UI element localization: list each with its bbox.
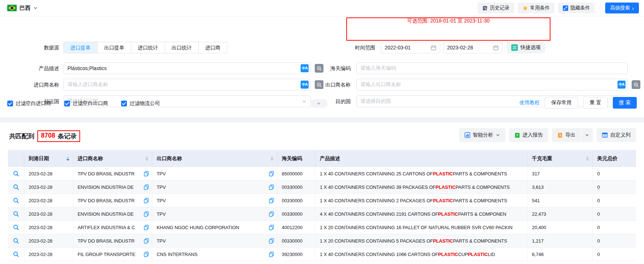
product-desc-label: 产品描述 — [0, 62, 59, 74]
row-detail-search-icon[interactable] — [13, 224, 19, 231]
checkbox-checked-icon[interactable] — [64, 101, 70, 106]
tutorial-link[interactable]: 使用教程 — [519, 99, 540, 106]
arrival-date-cell: 2023-02-28 — [24, 194, 73, 207]
detail-cell[interactable] — [8, 180, 24, 194]
expand-filters-button[interactable] — [310, 99, 327, 108]
results-count: 共匹配到 8708 条记录 — [9, 130, 80, 142]
filter-checkbox-3[interactable]: 过滤物流公司 — [121, 100, 160, 107]
quick-options-button[interactable]: 快捷选项 — [507, 42, 545, 53]
chevron-down-icon — [496, 133, 500, 137]
copy-icon[interactable] — [144, 198, 149, 203]
filter-checkbox-2[interactable]: 过滤空白出口商 — [64, 100, 108, 107]
detail-cell[interactable] — [8, 234, 24, 247]
save-favorite-button[interactable]: 保存常用 — [545, 97, 578, 109]
sort-icon[interactable] — [271, 157, 273, 161]
copy-icon[interactable] — [144, 225, 149, 230]
datasource-tab-4[interactable]: 出口统计 — [165, 42, 198, 53]
exporter-cell: TPV — [152, 194, 277, 207]
detail-cell[interactable] — [8, 194, 24, 207]
datasource-tab-1[interactable]: 进口提单 — [64, 42, 97, 53]
detail-cell[interactable] — [8, 248, 24, 261]
hs-code-input[interactable]: 请输入海关编码 — [356, 62, 628, 74]
results-table: 到港日期进口商名称出口商名称海关编码产品描述千克毛重美元总价 2023-02-2… — [8, 150, 636, 261]
row-detail-search-icon[interactable] — [13, 184, 19, 190]
country-name: 巴西 — [20, 5, 30, 12]
importer-cell: ENVISION INDUSTRIA DE — [73, 180, 152, 194]
row-detail-search-icon[interactable] — [13, 251, 19, 257]
datasource-tab-5[interactable]: 进口商 — [198, 42, 227, 53]
copy-icon[interactable] — [144, 238, 149, 244]
export-button[interactable]: 导出 — [552, 128, 581, 142]
exporter-input[interactable]: 请输入出口商名称 中A — [356, 79, 628, 90]
detail-cell[interactable] — [8, 221, 24, 234]
row-detail-search-icon[interactable] — [13, 211, 19, 217]
usd-total-cell: 0 — [593, 248, 636, 261]
copy-icon[interactable] — [269, 225, 274, 230]
row-detail-search-icon[interactable] — [13, 197, 19, 204]
datasource-tab-3[interactable]: 进口统计 — [131, 42, 165, 53]
copy-icon[interactable] — [144, 252, 149, 257]
usd-total-cell: 0 — [593, 194, 636, 207]
country-selector[interactable]: 巴西 — [7, 5, 38, 12]
export-options-button[interactable] — [581, 128, 593, 142]
table-header-row: 到港日期进口商名称出口商名称海关编码产品描述千克毛重美元总价 — [8, 150, 636, 167]
table-row: 2023-02-28TPV DO BRASIL INDUSTRTPV003300… — [8, 194, 636, 207]
brazil-flag-icon — [7, 5, 17, 11]
customize-columns-button[interactable]: 自定义列 — [596, 128, 636, 142]
product-desc-input[interactable]: Plásticos;Plastics 中A — [63, 62, 311, 74]
column-header-4[interactable]: 出口商名称 — [152, 150, 277, 167]
history-button[interactable]: 历史记录 — [478, 3, 514, 13]
copy-icon[interactable] — [269, 184, 274, 190]
hide-conditions-button[interactable]: 隐藏条件 — [558, 3, 595, 13]
filter-checkbox-1[interactable]: 过滤空白进口商 — [7, 100, 51, 107]
report-icon — [515, 133, 520, 138]
row-detail-search-icon[interactable] — [13, 170, 19, 177]
favorite-conditions-button[interactable]: 常用条件 — [518, 3, 554, 13]
copy-icon[interactable] — [269, 252, 274, 257]
column-header-2[interactable]: 到港日期 — [24, 150, 73, 167]
star-icon — [523, 5, 528, 11]
copy-icon[interactable] — [144, 211, 149, 217]
column-header-7[interactable]: 千克毛重 — [528, 150, 593, 167]
product-desc-value: Plásticos;Plastics — [67, 65, 107, 71]
filter-actions: 使用教程 保存常用 重 置 搜 索 — [519, 97, 637, 109]
translate-icon[interactable]: 中A — [618, 81, 626, 89]
sort-icon[interactable] — [66, 157, 69, 161]
reset-button[interactable]: 重 置 — [583, 97, 608, 109]
enter-report-button[interactable]: 进入报告 — [509, 128, 548, 142]
date-available-range-hint: 可选范围: 2018-01-01 至 2023-11-30 — [346, 18, 550, 24]
datasource-tab-2[interactable]: 出口提单 — [97, 42, 131, 53]
checkbox-checked-icon[interactable] — [121, 101, 127, 106]
count-number: 8708 — [41, 132, 55, 141]
dest-country-placeholder: 请选择目的国 — [360, 98, 391, 105]
column-header-3[interactable]: 进口商名称 — [73, 150, 152, 167]
product-desc-cell: 1 X 40 CONTAINERS CONTAINING 39 PACKAGES… — [315, 180, 528, 194]
arrow-right-icon: › — [632, 5, 634, 11]
copy-icon[interactable] — [144, 171, 149, 176]
results-toolbar: 智能分析 进入报告 导出 自定义列 — [459, 128, 636, 142]
start-date-input[interactable]: 2022-03-01 — [381, 42, 440, 53]
sort-icon[interactable] — [145, 157, 148, 161]
weight-cell: 6,746 — [528, 248, 593, 261]
copy-icon[interactable] — [269, 211, 274, 217]
row-detail-search-icon[interactable] — [13, 237, 19, 244]
analysis-icon — [465, 132, 470, 138]
end-date-input[interactable]: 2023-02-28 — [443, 42, 503, 53]
sort-icon[interactable] — [586, 157, 589, 161]
detail-cell[interactable] — [8, 207, 24, 220]
checkbox-checked-icon[interactable] — [7, 101, 13, 106]
advanced-search-button[interactable]: 高级搜索 › — [605, 3, 639, 13]
customize-label: 自定义列 — [610, 132, 631, 138]
column-label: 出口商名称 — [157, 155, 182, 162]
time-range-label: 时间范围 — [317, 42, 375, 53]
copy-icon[interactable] — [269, 171, 274, 176]
importer-input[interactable]: 请输入进口商名称 中A — [63, 79, 311, 90]
copy-icon[interactable] — [144, 184, 149, 190]
exact-match-icon[interactable] — [632, 80, 640, 89]
copy-icon[interactable] — [269, 238, 274, 244]
smart-analysis-button[interactable]: 智能分析 — [459, 128, 505, 142]
search-button[interactable]: 搜 索 — [613, 97, 637, 109]
detail-cell[interactable] — [8, 167, 24, 180]
column-header-6: 产品描述 — [315, 150, 528, 167]
copy-icon[interactable] — [269, 198, 274, 203]
